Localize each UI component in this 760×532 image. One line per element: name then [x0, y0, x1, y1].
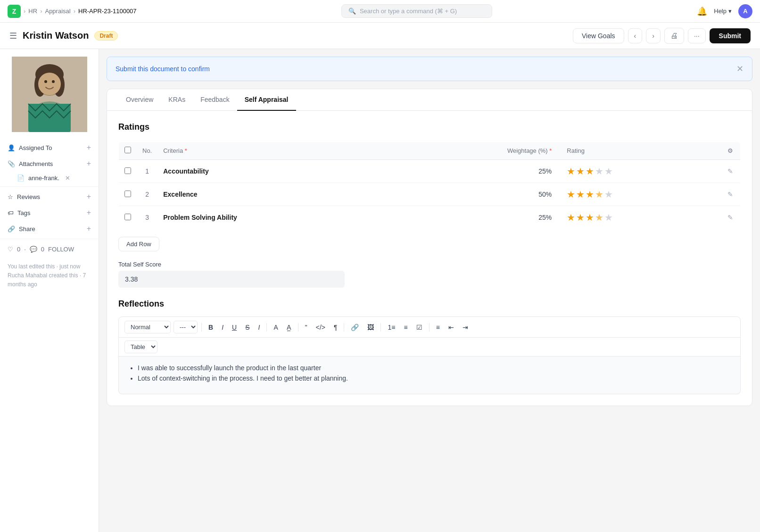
edit-icon[interactable]: ✎: [727, 191, 733, 198]
editor-toolbar-row1: Normal Heading 1 Heading 2 --- B I U S I…: [118, 316, 741, 338]
sidebar-item-share[interactable]: 🔗 Share +: [0, 221, 99, 237]
sidebar-item-tags[interactable]: 🏷 Tags +: [0, 205, 99, 221]
sidebar-item-reviews[interactable]: ☆ Reviews +: [0, 189, 99, 205]
align-left-button[interactable]: ≡: [433, 322, 443, 333]
indent-left-button[interactable]: ⇤: [446, 322, 457, 333]
breadcrumb-hr[interactable]: HR: [28, 8, 37, 15]
banner-close-button[interactable]: ✕: [736, 64, 743, 74]
comment-icon[interactable]: 💬: [30, 246, 37, 253]
breadcrumb-appraisal[interactable]: Appraisal: [45, 8, 70, 15]
format-select[interactable]: Normal Heading 1 Heading 2: [124, 321, 171, 333]
font-color-button[interactable]: A: [271, 322, 281, 333]
app-logo[interactable]: Z: [8, 5, 21, 18]
highlight-button[interactable]: A̲: [284, 322, 294, 333]
criteria-header: Criteria *: [157, 142, 395, 160]
attachment-file-item: 📄 anne-frank. ✕: [0, 172, 99, 184]
share-icon: 🔗: [8, 225, 15, 233]
indent-right-button[interactable]: ⇥: [460, 322, 471, 333]
paragraph-button[interactable]: ¶: [331, 322, 340, 333]
row-criteria-3: Problem Solving Ability: [157, 206, 395, 229]
checkbox-header: [119, 142, 137, 160]
breadcrumb-area: Z › HR › Appraisal › HR-APR-23-1100007: [8, 5, 137, 18]
weightage-header: Weightage (%) *: [395, 142, 561, 160]
created-text: Rucha Mahabal created this · 7 months ag…: [8, 271, 91, 289]
toolbar-divider-5: [380, 323, 381, 332]
prev-button[interactable]: ‹: [628, 28, 643, 43]
add-row-button[interactable]: Add Row: [118, 237, 159, 251]
row-edit-1[interactable]: ✎: [722, 160, 741, 183]
tag-icon: 🏷: [8, 209, 14, 216]
checklist-button[interactable]: ☑: [413, 322, 425, 333]
italic-button[interactable]: I: [219, 322, 226, 333]
sidebar-item-assigned-to[interactable]: 👤 Assigned To +: [0, 140, 99, 156]
tab-feedback[interactable]: Feedback: [193, 89, 237, 111]
breadcrumb-current: HR-APR-23-1100007: [78, 8, 137, 15]
search-placeholder: Search or type a command (⌘ + G): [360, 8, 457, 15]
star-1-5: ★: [604, 166, 613, 177]
ordered-list-button[interactable]: 1≡: [385, 322, 398, 333]
svg-point-6: [38, 73, 61, 95]
view-goals-button[interactable]: View Goals: [573, 28, 624, 43]
row-checkbox-2[interactable]: [119, 183, 137, 206]
help-button[interactable]: Help ▾: [714, 8, 732, 15]
more-options-button[interactable]: ···: [688, 28, 706, 43]
rating-header: Rating: [561, 142, 721, 160]
row-edit-3[interactable]: ✎: [722, 206, 741, 229]
heart-icon[interactable]: ♡: [8, 246, 13, 253]
row-checkbox-1[interactable]: [119, 160, 137, 183]
page-title: Kristin Watson: [23, 30, 89, 41]
editor-content[interactable]: I was able to successfully launch the pr…: [118, 357, 741, 394]
table-row: 3 Problem Solving Ability 25% ★ ★ ★ ★ ★: [119, 206, 741, 229]
star-1-1: ★: [567, 166, 575, 177]
reflection-item-1: I was able to successfully launch the pr…: [138, 364, 731, 372]
bold-button[interactable]: B: [206, 322, 216, 333]
submit-button[interactable]: Submit: [710, 28, 751, 43]
sidebar-item-attachments[interactable]: 📎 Attachments +: [0, 156, 99, 172]
add-review-icon[interactable]: +: [87, 192, 91, 201]
tab-kras[interactable]: KRAs: [161, 89, 193, 111]
follow-button[interactable]: FOLLOW: [48, 246, 74, 253]
search-icon: 🔍: [348, 8, 356, 15]
star-3-4: ★: [595, 212, 603, 223]
edit-icon[interactable]: ✎: [727, 167, 733, 175]
row-criteria-1: Accountability: [157, 160, 395, 183]
add-assigned-to-icon[interactable]: +: [87, 143, 91, 152]
quote-button[interactable]: ": [302, 322, 310, 333]
star-1-4: ★: [595, 166, 603, 177]
unordered-list-button[interactable]: ≡: [401, 322, 410, 333]
tab-self-appraisal[interactable]: Self Appraisal: [237, 89, 296, 111]
menu-icon[interactable]: ☰: [9, 31, 17, 41]
next-button[interactable]: ›: [646, 28, 661, 43]
print-button[interactable]: 🖨: [664, 28, 684, 44]
remove-attachment-icon[interactable]: ✕: [65, 175, 70, 182]
bell-icon[interactable]: 🔔: [697, 6, 707, 17]
italic2-button[interactable]: I: [255, 322, 263, 333]
table-select[interactable]: Table: [124, 341, 157, 353]
strikethrough-button[interactable]: S: [242, 322, 252, 333]
gear-icon[interactable]: ⚙: [727, 147, 733, 154]
add-tag-icon[interactable]: +: [87, 208, 91, 217]
link-button[interactable]: 🔗: [348, 322, 362, 333]
user-avatar[interactable]: A: [738, 4, 752, 18]
row-checkbox-3[interactable]: [119, 206, 137, 229]
star-2-1: ★: [567, 189, 575, 200]
share-label: Share: [19, 225, 35, 233]
reflections-section-title: Reflections: [118, 299, 741, 309]
code-button[interactable]: </>: [313, 322, 328, 333]
row-rating-3: ★ ★ ★ ★ ★: [561, 206, 721, 229]
underline-button[interactable]: U: [229, 322, 240, 333]
person-icon: 👤: [8, 144, 15, 151]
select-all-checkbox[interactable]: [124, 147, 131, 153]
edit-icon[interactable]: ✎: [727, 214, 733, 221]
sep1: ›: [24, 8, 25, 15]
reviews-label: Reviews: [17, 193, 40, 200]
row-edit-2[interactable]: ✎: [722, 183, 741, 206]
add-attachment-icon[interactable]: +: [87, 159, 91, 168]
tab-overview[interactable]: Overview: [118, 89, 161, 111]
total-score-input[interactable]: [118, 271, 345, 288]
image-button[interactable]: 🖼: [364, 322, 377, 333]
search-box[interactable]: 🔍 Search or type a command (⌘ + G): [341, 4, 492, 18]
add-share-icon[interactable]: +: [87, 224, 91, 233]
divider-select[interactable]: ---: [173, 321, 198, 333]
sep3: ›: [74, 8, 75, 15]
